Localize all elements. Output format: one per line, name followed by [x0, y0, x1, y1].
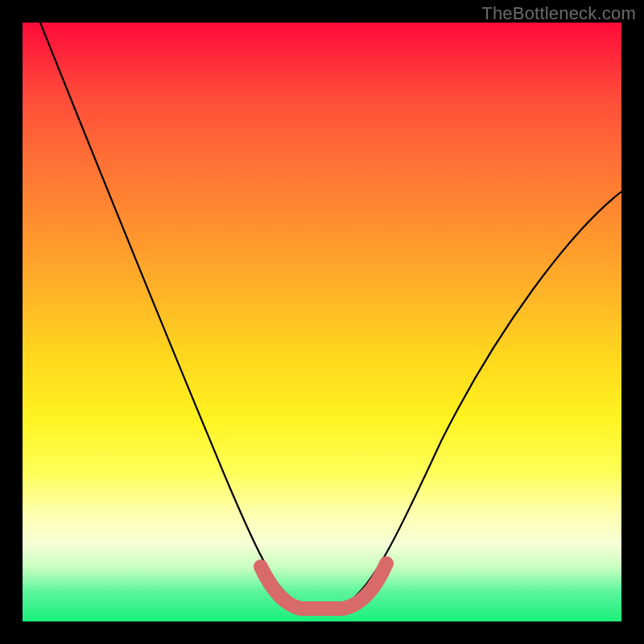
watermark-text: TheBottleneck.com [481, 3, 636, 24]
chart-svg [23, 23, 621, 621]
chart-frame: TheBottleneck.com [0, 0, 644, 644]
flat-bottom-highlight [261, 564, 386, 609]
bottleneck-curve [40, 23, 621, 609]
plot-area [23, 23, 621, 621]
